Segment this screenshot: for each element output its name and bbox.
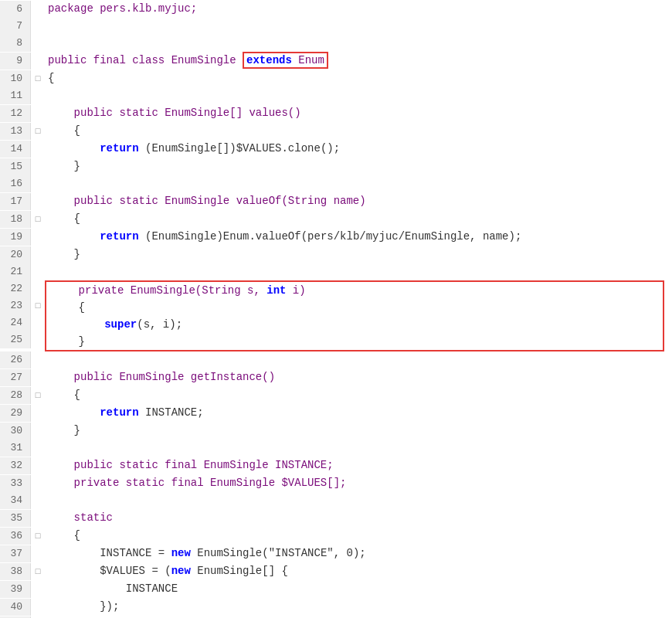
line-num-9: 9 [0, 53, 31, 70]
code-line-34: 34 [0, 492, 672, 509]
line-num-18: 18 [0, 211, 31, 228]
code-line-13: 13 □ { [0, 122, 672, 140]
line-num-16: 16 [0, 175, 31, 192]
fold-7 [31, 18, 45, 35]
line-content-23: { [49, 299, 660, 316]
fold-30 [31, 423, 45, 440]
line-content-14: return (EnumSingle[])$VALUES.clone(); [45, 140, 672, 157]
line-num-10: 10 [0, 70, 31, 87]
line-content-19: return (EnumSingle)Enum.valueOf(pers/klb… [45, 228, 672, 245]
fold-28[interactable]: □ [31, 387, 45, 404]
fold-22 [31, 280, 45, 297]
line-content-38: $VALUES = (new EnumSingle[] { [45, 562, 672, 579]
fold-34 [31, 492, 45, 509]
fold-31 [31, 440, 45, 457]
line-num-34: 34 [0, 492, 31, 509]
fold-36[interactable]: □ [31, 528, 45, 545]
code-line-11: 11 [0, 87, 672, 104]
fold-9 [31, 53, 45, 70]
line-content-37: INSTANCE = new EnumSingle("INSTANCE", 0)… [45, 545, 672, 562]
code-line-39: 39 INSTANCE [0, 580, 672, 598]
line-content-36: { [45, 527, 672, 544]
line-content-32: public static final EnumSingle INSTANCE; [45, 457, 672, 474]
code-line-36: 36 □ { [0, 527, 672, 545]
code-line-16: 16 [0, 175, 672, 192]
fold-25 [31, 331, 45, 348]
fold-20 [31, 246, 45, 263]
line-content-35: static [45, 509, 672, 526]
fold-6 [31, 1, 45, 18]
line-num-37: 37 [0, 545, 31, 562]
code-line-30: 30 } [0, 422, 672, 440]
code-editor: 6 package pers.klb.myjuc; 7 8 9 public f… [0, 0, 672, 618]
code-line-24-inner: super(s, i); [49, 316, 660, 333]
fold-12 [31, 105, 45, 122]
code-line-32: 32 public static final EnumSingle INSTAN… [0, 457, 672, 474]
fold-10[interactable]: □ [31, 70, 45, 87]
line-row-23: 23 □ [0, 297, 45, 314]
code-line-20: 20 } [0, 246, 672, 263]
red-box-block: private EnumSingle(String s, int i) { su… [45, 280, 664, 351]
line-num-13: 13 [0, 123, 31, 140]
line-content-40: }); [45, 598, 672, 615]
code-line-29: 29 return INSTANCE; [0, 404, 672, 422]
code-line-6: 6 package pers.klb.myjuc; [0, 0, 672, 18]
code-line-35: 35 static [0, 509, 672, 527]
line-num-23: 23 [0, 297, 31, 314]
code-line-14: 14 return (EnumSingle[])$VALUES.clone(); [0, 140, 672, 158]
fold-15 [31, 158, 45, 175]
line-row-22: 22 [0, 280, 45, 297]
fold-24 [31, 314, 45, 331]
line-num-26: 26 [0, 351, 31, 368]
line-content-29: return INSTANCE; [45, 404, 672, 421]
line-num-32: 32 [0, 457, 31, 474]
line-num-36: 36 [0, 528, 31, 545]
line-content-24: super(s, i); [49, 316, 660, 333]
line-num-21: 21 [0, 263, 31, 280]
fold-18[interactable]: □ [31, 211, 45, 228]
line-num-24: 24 [0, 314, 31, 331]
fold-11 [31, 87, 45, 104]
code-line-18: 18 □ { [0, 210, 672, 228]
line-num-25: 25 [0, 331, 31, 348]
line-num-17: 17 [0, 193, 31, 210]
code-line-17: 17 public static EnumSingle valueOf(Stri… [0, 192, 672, 210]
fold-38[interactable]: □ [31, 563, 45, 580]
line-content-13: { [45, 122, 672, 139]
fold-16 [31, 175, 45, 192]
line-num-39: 39 [0, 581, 31, 598]
line-content-33: private static final EnumSingle $VALUES[… [45, 474, 672, 491]
code-line-22-inner: private EnumSingle(String s, int i) [49, 282, 660, 299]
code-line-38: 38 □ $VALUES = (new EnumSingle[] { [0, 562, 672, 580]
fold-13[interactable]: □ [31, 123, 45, 140]
line-num-7: 7 [0, 18, 31, 35]
line-num-8: 8 [0, 35, 31, 52]
fold-21 [31, 263, 45, 280]
line-content-27: public EnumSingle getInstance() [45, 368, 672, 385]
fold-39 [31, 581, 45, 598]
code-line-40: 40 }); [0, 598, 672, 616]
line-num-11: 11 [0, 87, 31, 104]
fold-23[interactable]: □ [31, 297, 45, 314]
code-line-37: 37 INSTANCE = new EnumSingle("INSTANCE",… [0, 545, 672, 562]
line-content-39: INSTANCE [45, 580, 672, 597]
line-num-30: 30 [0, 423, 31, 440]
line-content-30: } [45, 422, 672, 439]
code-line-9: 9 public final class EnumSingle extends … [0, 52, 672, 70]
fold-32 [31, 457, 45, 474]
fold-37 [31, 545, 45, 562]
code-line-10: 10 □ { [0, 70, 672, 87]
line-num-14: 14 [0, 141, 31, 158]
line-content-25: } [49, 333, 660, 350]
line-num-19: 19 [0, 229, 31, 246]
line-num-20: 20 [0, 246, 31, 263]
line-content-15: } [45, 158, 672, 175]
line-num-29: 29 [0, 405, 31, 422]
fold-26 [31, 351, 45, 368]
line-content-20: } [45, 246, 672, 263]
line-num-27: 27 [0, 369, 31, 386]
line-num-40: 40 [0, 599, 31, 616]
line-content-12: public static EnumSingle[] values() [45, 104, 672, 121]
code-line-23-inner: { [49, 299, 660, 316]
line-num-31: 31 [0, 440, 31, 457]
